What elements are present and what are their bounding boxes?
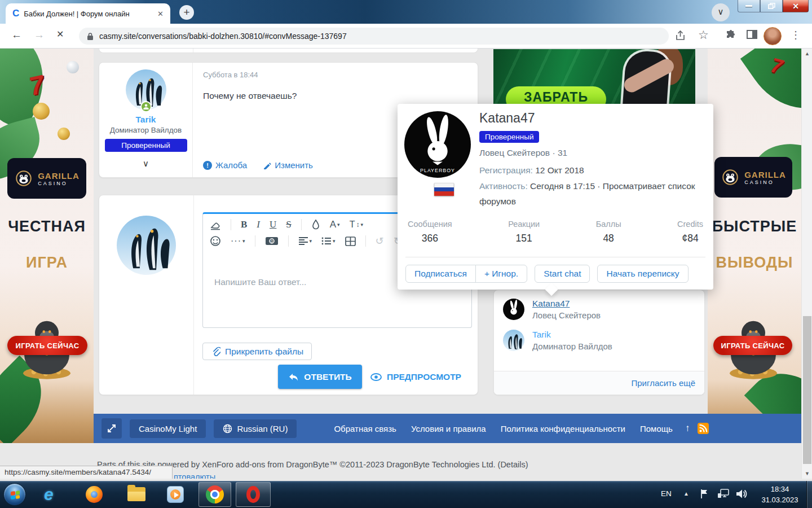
- undo-icon[interactable]: ↺: [376, 235, 384, 247]
- ad-headline: ИГРА: [0, 254, 94, 271]
- remove-format-eraser-icon[interactable]: [210, 219, 221, 230]
- list-button[interactable]: ▾: [321, 237, 336, 246]
- toggle-width-button[interactable]: [102, 418, 122, 439]
- tab-search-button[interactable]: ∨: [712, 3, 730, 21]
- smilies-icon[interactable]: [210, 235, 221, 247]
- footer-link-contact[interactable]: Обратная связь: [334, 424, 396, 433]
- stop-icon[interactable]: ✕: [56, 29, 64, 40]
- author-title: Доминатор Вайлдов: [99, 126, 192, 134]
- forward-icon[interactable]: →: [34, 29, 45, 41]
- new-tab-button[interactable]: +: [179, 5, 194, 20]
- page-scrollbar[interactable]: ▲ ▼: [801, 49, 812, 479]
- ad-banner-left[interactable]: 7 GARILLA CASINO ЧЕСТНАЯ ИГРА: [0, 49, 94, 443]
- browser-tab[interactable]: C Бабки Должен! | Форум онлайн ✕: [6, 3, 170, 24]
- strikethrough-button[interactable]: S: [286, 219, 291, 230]
- screen: C Бабки Должен! | Форум онлайн ✕ + ∨ ✕ ←…: [0, 0, 812, 508]
- taskbar-ie-icon[interactable]: e: [44, 485, 54, 504]
- font-family-button[interactable]: A ▾: [330, 219, 340, 230]
- money-bbcode-icon[interactable]: 0: [265, 236, 279, 246]
- scroll-up-icon[interactable]: ▲: [802, 51, 812, 56]
- share-icon[interactable]: [674, 30, 686, 43]
- start-button[interactable]: [3, 483, 26, 506]
- footer-link-terms[interactable]: Условия и правила: [411, 424, 486, 433]
- taskbar-firefox-icon[interactable]: [86, 486, 103, 503]
- action-center-flag-icon[interactable]: [699, 488, 709, 502]
- browser-profile-avatar[interactable]: [764, 27, 782, 45]
- text-color-droplet-icon[interactable]: [311, 219, 320, 230]
- side-panel-icon[interactable]: [747, 30, 758, 42]
- scrollbar-thumb[interactable]: [803, 316, 811, 464]
- taskbar-explorer-icon[interactable]: [127, 487, 145, 501]
- participant-title: Доминатор Вайлдов: [532, 341, 612, 351]
- footer-link-help[interactable]: Помощь: [640, 424, 673, 433]
- partially-hidden-footer-link[interactable]: птовалюты: [174, 472, 215, 479]
- back-icon[interactable]: ←: [11, 29, 22, 41]
- author-name-link[interactable]: Tarik: [99, 115, 192, 125]
- browser-titlebar: C Бабки Должен! | Форум онлайн ✕ + ∨ ✕: [0, 0, 812, 24]
- font-size-button[interactable]: T ↕ ▾: [350, 220, 363, 230]
- minimize-button[interactable]: [738, 0, 760, 12]
- more-options-button[interactable]: ··· ▾: [231, 236, 245, 246]
- restore-button[interactable]: [760, 0, 783, 12]
- start-conversation-button[interactable]: Начать переписку: [597, 265, 688, 283]
- tab-close-icon[interactable]: ✕: [157, 10, 164, 18]
- back-to-top-icon[interactable]: ↑: [685, 423, 690, 434]
- invite-more-link[interactable]: Пригласить ещё: [632, 378, 696, 388]
- scroll-down-icon[interactable]: ▼: [802, 471, 812, 476]
- volume-icon[interactable]: [735, 488, 748, 502]
- table-icon[interactable]: [345, 237, 356, 246]
- participant-name-link[interactable]: Katana47: [532, 299, 601, 309]
- follow-button[interactable]: Подписаться: [405, 265, 476, 283]
- play-now-button[interactable]: ИГРАТЬ СЕЙЧАС: [713, 336, 792, 355]
- report-link[interactable]: ! Жалоба: [203, 160, 247, 170]
- reply-author-cell: [99, 195, 194, 395]
- close-button[interactable]: ✕: [783, 0, 809, 12]
- editor-placeholder[interactable]: Напишите Ваш ответ...: [214, 277, 306, 287]
- url-bar[interactable]: casmy.site/conversations/babki-dolzhen.3…: [79, 28, 669, 45]
- url-text[interactable]: casmy.site/conversations/babki-dolzhen.3…: [99, 32, 347, 41]
- ad-banner-top[interactable]: ЗАБРАТЬ: [493, 49, 695, 107]
- edit-link[interactable]: Изменить: [263, 160, 313, 170]
- footer-links: Обратная связь Условия и правила Политик…: [334, 424, 672, 433]
- author-avatar[interactable]: [126, 69, 166, 110]
- ad-banner-right[interactable]: 7 GARILLA CASINO БЫСТРЫЕ ВЫВОДЫ: [708, 49, 801, 443]
- footer-link-privacy[interactable]: Политика конфиденциальности: [501, 424, 625, 433]
- attach-files-button[interactable]: Прикрепить файлы: [202, 343, 312, 360]
- online-status-badge: [140, 101, 152, 112]
- penguin-avatar-image[interactable]: [117, 216, 176, 275]
- message-timestamp[interactable]: Суббота в 18:44: [203, 71, 467, 79]
- italic-button[interactable]: I: [257, 219, 260, 230]
- tray-hidden-icons-button[interactable]: ▲: [683, 491, 689, 497]
- taskbar-media-player-icon[interactable]: [167, 486, 184, 503]
- bookmark-star-icon[interactable]: ☆: [698, 28, 709, 42]
- alignment-button[interactable]: ▾: [298, 237, 312, 246]
- author-expand-chevron-icon[interactable]: ∨: [99, 159, 192, 169]
- member-avatar[interactable]: PLAYERBOY: [404, 111, 471, 180]
- taskbar-opera-button[interactable]: [236, 482, 271, 507]
- browser-toolbar: ← → ✕ casmy.site/conversations/babki-dol…: [0, 24, 812, 49]
- extensions-puzzle-icon[interactable]: [725, 30, 736, 43]
- participant-name-link[interactable]: Tarik: [532, 330, 612, 340]
- rabbit-avatar-image[interactable]: [503, 299, 524, 320]
- language-chooser-button[interactable]: Russian (RU): [214, 419, 297, 438]
- play-now-button[interactable]: ИГРАТЬ СЕЙЧАС: [7, 336, 87, 355]
- start-chat-button[interactable]: Start chat: [535, 265, 590, 283]
- member-name[interactable]: Katana47: [479, 111, 705, 126]
- garilla-logo: GARILLA CASINO: [7, 158, 86, 199]
- windows-taskbar: e EN ▲: [0, 481, 812, 508]
- ignore-button[interactable]: + Игнор.: [475, 265, 527, 283]
- underline-button[interactable]: U: [270, 219, 276, 230]
- browser-menu-kebab-icon[interactable]: ⋮: [791, 29, 801, 41]
- rss-icon[interactable]: [698, 423, 709, 434]
- taskbar-clock[interactable]: 18:34 31.03.2023: [753, 484, 806, 506]
- preview-button[interactable]: ПРЕДПРОСМОТР: [370, 365, 461, 389]
- language-indicator[interactable]: EN: [661, 489, 672, 498]
- reply-submit-button[interactable]: ОТВЕТИТЬ: [278, 365, 362, 389]
- network-icon[interactable]: [717, 489, 730, 501]
- bold-button[interactable]: B: [241, 219, 247, 230]
- show-desktop-button[interactable]: [806, 481, 812, 508]
- penguin-avatar-image[interactable]: [503, 330, 524, 351]
- style-chooser-button[interactable]: CasinoMy Light: [130, 419, 206, 438]
- taskbar-chrome-button-active[interactable]: [198, 482, 231, 507]
- ad-headline: БЫСТРЫЕ: [708, 218, 801, 235]
